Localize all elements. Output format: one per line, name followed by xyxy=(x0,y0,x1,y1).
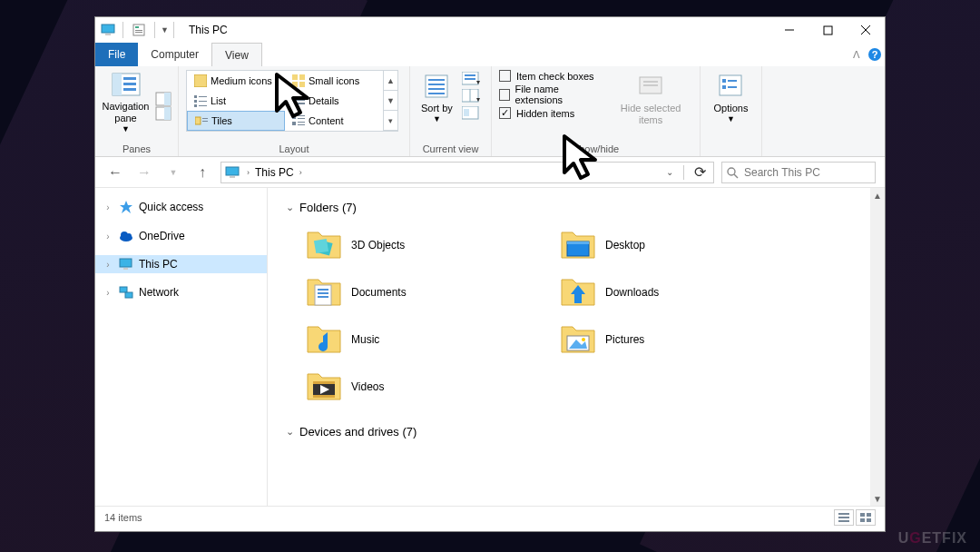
svg-marker-70 xyxy=(120,201,132,213)
svg-rect-92 xyxy=(313,395,335,398)
chevron-down-icon: ⌄ xyxy=(286,426,294,438)
svg-rect-91 xyxy=(313,381,335,384)
layout-small-icons[interactable]: Small icons xyxy=(285,71,383,91)
sidebar-item-quick-access[interactable]: › Quick access xyxy=(95,197,267,217)
svg-rect-57 xyxy=(464,109,469,116)
svg-rect-3 xyxy=(135,26,139,28)
layout-content[interactable]: Content xyxy=(285,111,383,131)
folder-item[interactable]: 3D Objects xyxy=(304,223,540,267)
scrollbar[interactable]: ▲ ▼ xyxy=(870,188,885,506)
folder-item[interactable]: Videos xyxy=(304,365,540,409)
svg-rect-20 xyxy=(164,107,171,120)
svg-rect-76 xyxy=(120,287,127,292)
chevron-right-icon[interactable]: › xyxy=(103,260,113,270)
options-button[interactable]: Options ▼ xyxy=(710,70,752,126)
navbar: ← → ▼ ↑ › This PC › ⌄ ⟳ Search This PC xyxy=(95,157,885,188)
tab-computer[interactable]: Computer xyxy=(138,43,211,66)
chevron-down-icon: ▼ xyxy=(122,124,130,134)
up-button[interactable]: ↑ xyxy=(191,162,213,183)
svg-rect-75 xyxy=(123,268,128,270)
folders-section-header[interactable]: ⌄ Folders (7) xyxy=(286,197,867,218)
tab-file[interactable]: File xyxy=(95,43,138,66)
svg-rect-74 xyxy=(120,259,132,267)
folder-item[interactable]: Documents xyxy=(304,271,540,314)
chevron-right-icon[interactable]: › xyxy=(299,168,302,177)
collapse-ribbon-icon[interactable]: ᐱ xyxy=(848,43,865,66)
help-icon[interactable]: ? xyxy=(865,43,885,66)
history-dropdown[interactable]: ▼ xyxy=(162,162,184,183)
details-view-toggle[interactable] xyxy=(834,509,854,526)
svg-rect-35 xyxy=(195,117,201,124)
hidden-items-checkbox[interactable]: ✓Hidden items xyxy=(499,107,596,119)
svg-rect-21 xyxy=(194,74,207,87)
folder-item[interactable]: Pictures xyxy=(558,318,794,361)
svg-rect-23 xyxy=(299,74,305,80)
chevron-down-icon: ▼ xyxy=(727,114,735,124)
folder-item[interactable]: Desktop xyxy=(558,223,794,267)
back-button[interactable]: ← xyxy=(104,162,126,183)
svg-rect-4 xyxy=(135,30,142,31)
svg-rect-79 xyxy=(314,239,328,253)
sort-by-button[interactable]: Sort by ▼ xyxy=(417,70,456,126)
svg-rect-28 xyxy=(194,100,197,103)
chevron-right-icon[interactable]: › xyxy=(247,168,250,177)
folder-label: Videos xyxy=(351,380,384,393)
navigation-pane-button[interactable]: Navigation pane ▼ xyxy=(103,70,150,134)
group-by-button[interactable] xyxy=(462,72,480,121)
svg-rect-67 xyxy=(230,176,235,178)
address-bar[interactable]: › This PC › ⌄ ⟳ xyxy=(220,162,714,183)
qat-dropdown-icon[interactable]: ▼ xyxy=(161,25,168,34)
minimize-button[interactable] xyxy=(770,17,808,43)
breadcrumb[interactable]: This PC xyxy=(255,166,294,179)
item-check-boxes-checkbox[interactable]: Item check boxes xyxy=(499,70,596,82)
svg-rect-29 xyxy=(199,101,207,102)
folder-item[interactable]: Downloads xyxy=(558,271,794,314)
scroll-up-icon[interactable]: ▲ xyxy=(870,188,885,202)
sidebar-item-network[interactable]: › Network xyxy=(95,282,267,302)
tab-view[interactable]: View xyxy=(211,43,262,66)
svg-rect-22 xyxy=(292,74,298,80)
close-button[interactable] xyxy=(847,17,885,43)
svg-rect-43 xyxy=(298,124,305,125)
layout-medium-icons[interactable]: Medium icons xyxy=(187,71,285,91)
layout-details[interactable]: Details xyxy=(285,91,383,111)
icons-view-toggle[interactable] xyxy=(856,509,876,526)
forward-button[interactable]: → xyxy=(133,162,155,183)
properties-icon[interactable] xyxy=(129,20,149,40)
chevron-right-icon[interactable]: › xyxy=(103,232,113,242)
folder-icon xyxy=(560,274,596,310)
hide-selected-items-button: Hide selected items xyxy=(609,70,692,128)
pc-icon xyxy=(225,166,241,179)
svg-rect-77 xyxy=(125,292,132,298)
watermark: UGETFIX xyxy=(898,530,967,547)
svg-rect-41 xyxy=(292,122,296,125)
layout-gallery[interactable]: Medium icons Small icons List Details Ti… xyxy=(186,70,398,132)
svg-rect-32 xyxy=(292,95,305,97)
scroll-down-icon[interactable]: ▼ xyxy=(870,491,885,506)
svg-rect-100 xyxy=(867,518,871,522)
svg-rect-98 xyxy=(867,513,871,517)
svg-rect-99 xyxy=(860,518,865,522)
sidebar-item-onedrive[interactable]: › OneDrive xyxy=(95,226,267,246)
svg-rect-65 xyxy=(728,86,737,88)
chevron-right-icon[interactable]: › xyxy=(103,288,113,298)
layout-scroll[interactable]: ▲▼▾ xyxy=(383,71,397,131)
svg-rect-1 xyxy=(105,34,111,35)
refresh-icon[interactable]: ⟳ xyxy=(690,163,710,181)
search-input[interactable]: Search This PC xyxy=(721,162,876,183)
devices-section-header[interactable]: ⌄ Devices and drives (7) xyxy=(286,421,867,442)
layout-list[interactable]: List xyxy=(187,91,285,111)
address-dropdown-icon[interactable]: ⌄ xyxy=(662,167,678,177)
svg-rect-60 xyxy=(643,84,658,86)
maximize-button[interactable] xyxy=(808,17,847,43)
preview-pane-button[interactable] xyxy=(155,91,172,122)
svg-rect-95 xyxy=(838,517,849,518)
chevron-right-icon[interactable]: › xyxy=(103,202,113,212)
layout-tiles[interactable]: Tiles xyxy=(187,111,285,131)
svg-rect-48 xyxy=(428,93,445,94)
file-name-extensions-checkbox[interactable]: File name extensions xyxy=(499,84,596,105)
sidebar-item-this-pc[interactable]: › This PC xyxy=(95,255,267,273)
folder-item[interactable]: Music xyxy=(304,318,540,361)
svg-rect-16 xyxy=(123,88,136,91)
svg-rect-27 xyxy=(199,96,207,97)
